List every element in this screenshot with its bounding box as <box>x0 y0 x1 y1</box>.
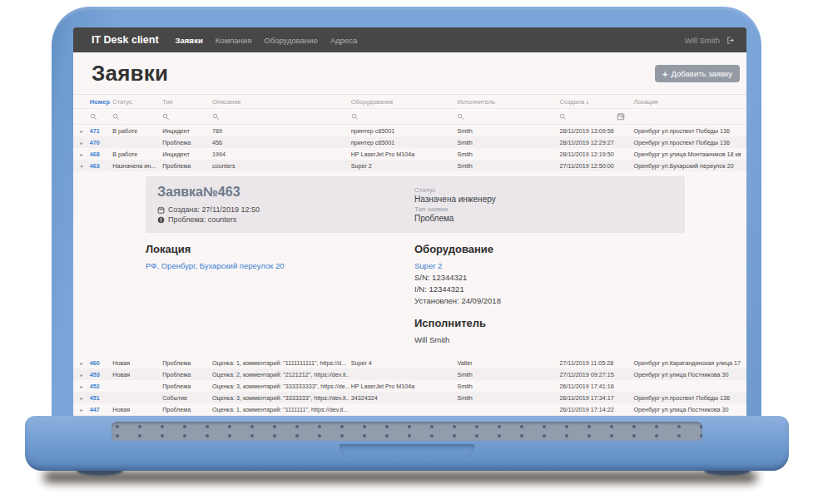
filter-description[interactable] <box>211 113 349 121</box>
table-row[interactable]: ▸ 452 Проблема Оценка: 3, комментарий: "… <box>73 380 746 392</box>
location-cell: Оренбург ул.проспект Победы 136 <box>632 127 746 135</box>
description-cell: counters <box>211 162 349 170</box>
table-row[interactable]: ▸ 470 Проблема 456 принтер c85001 Smith … <box>73 136 746 148</box>
status-cell: В работе <box>111 127 161 135</box>
ticket-number-link[interactable]: 447 <box>88 406 112 413</box>
ticket-number-link[interactable]: 453 <box>88 371 112 378</box>
search-icon[interactable] <box>112 113 120 121</box>
equipment-cell: Super 2 <box>349 162 456 170</box>
search-icon[interactable] <box>559 113 567 121</box>
type-cell: Проблема <box>161 371 211 378</box>
location-link[interactable]: РФ, Оренбург, Бухарский переулок 20 <box>146 260 414 272</box>
description-cell: 456 <box>211 139 349 146</box>
search-icon[interactable] <box>457 113 464 121</box>
filter-equipment[interactable] <box>349 113 456 121</box>
laptop-notch <box>340 444 474 457</box>
executor-cell: Smith <box>455 151 558 158</box>
filter-executor[interactable] <box>455 113 558 121</box>
search-icon[interactable] <box>90 113 97 121</box>
expand-row-icon[interactable]: ▾ <box>73 163 88 169</box>
col-header-equipment[interactable]: Оборудование <box>349 98 456 106</box>
detail-created: Создана: 27/11/2019 12:50 <box>168 205 260 214</box>
equipment-cell: HP LaserJet Pro M104a <box>349 383 456 390</box>
plus-icon: + <box>662 71 667 77</box>
equipment-link[interactable]: Super 2 <box>414 260 685 272</box>
col-header-location[interactable]: Локация <box>632 98 746 106</box>
expand-row-icon[interactable]: ▸ <box>73 128 88 134</box>
created-cell: 26/11/2019 17:14:22 <box>558 406 632 413</box>
type-cell: Инцидент <box>161 127 211 135</box>
filter-status[interactable] <box>111 113 161 121</box>
col-header-status[interactable]: Статус <box>111 98 161 106</box>
table-row[interactable]: ▾ 463 Назначена ин... Проблема counters … <box>73 160 746 171</box>
executor-cell: Smith <box>455 162 558 170</box>
table-rows-bottom: ▸ 460 Новая Проблема Оценка: 1, коммента… <box>73 357 746 424</box>
col-header-number[interactable]: Номер <box>88 98 112 106</box>
table-row[interactable]: ▸ 471 В работе Инцидент 789 принтер c850… <box>73 125 746 136</box>
col-header-description[interactable]: Описание <box>211 98 349 106</box>
nav-item-адреса[interactable]: Адреса <box>330 36 357 45</box>
ticket-number-link[interactable]: 452 <box>88 383 112 390</box>
table-header-row: Номер Статус Тип Описание Оборудование И… <box>73 95 746 108</box>
expand-row-icon[interactable]: ▸ <box>73 383 88 389</box>
executor-value: Will Smith <box>414 334 685 346</box>
type-cell: Проблема <box>161 162 211 170</box>
detail-problem: Проблема: counters <box>168 215 236 224</box>
location-cell: Оренбург ул.Карагандинская улица 17 <box>632 359 746 367</box>
expand-row-icon[interactable]: ▸ <box>73 395 88 401</box>
location-heading: Локация <box>146 243 414 255</box>
expand-row-icon[interactable]: ▸ <box>73 372 88 378</box>
executor-cell: Smith <box>455 139 558 146</box>
nav-item-компания[interactable]: Компания <box>216 36 251 45</box>
expand-row-icon[interactable]: ▸ <box>73 151 88 157</box>
type-cell: Проблема <box>161 383 211 390</box>
detail-type-value: Проблема <box>414 214 673 223</box>
table-row[interactable]: ▸ 460 Новая Проблема Оценка: 1, коммента… <box>73 357 746 368</box>
filter-type[interactable] <box>161 113 211 121</box>
ticket-number-link[interactable]: 468 <box>88 151 112 158</box>
col-header-created[interactable]: Создана↓ <box>558 98 632 106</box>
created-cell: 28/11/2019 12:19:50 <box>558 151 632 158</box>
expand-row-icon[interactable]: ▸ <box>73 140 88 146</box>
status-cell: Назначена ин... <box>111 162 161 170</box>
executor-heading: Исполнитель <box>414 317 685 329</box>
created-cell: 28/11/2019 12:29:27 <box>558 139 632 146</box>
status-cell: Новая <box>111 359 161 367</box>
calendar-filter-icon[interactable] <box>617 112 625 121</box>
col-header-type[interactable]: Тип <box>161 98 211 106</box>
add-ticket-button[interactable]: + Добавить заявку <box>655 65 740 82</box>
filter-created[interactable] <box>558 112 632 121</box>
table-row[interactable]: ▸ 468 В работе Инцидент 1994 HP LaserJet… <box>73 148 746 160</box>
nav-item-заявки[interactable]: Заявки <box>176 36 203 45</box>
description-cell: Оценка: 3, комментарий: "333333333", htt… <box>211 383 349 390</box>
created-cell: 26/11/2019 17:41:16 <box>558 383 632 390</box>
table-row[interactable]: ▸ 447 Новая Проблема Оценка: 1, коммента… <box>73 403 746 415</box>
ticket-number-link[interactable]: 471 <box>88 127 112 135</box>
search-icon[interactable] <box>351 113 359 121</box>
table-row[interactable]: ▸ 453 Новая Проблема Оценка: 2, коммента… <box>73 368 746 380</box>
location-cell: Оренбург ул.улица Монтажников 18 кв <box>632 151 746 158</box>
ticket-number-link[interactable]: 451 <box>88 394 112 402</box>
expand-row-icon[interactable]: ▸ <box>73 407 88 413</box>
location-cell: Оренбург ул.улица Постникова 30 <box>632 406 746 413</box>
search-icon[interactable] <box>212 113 220 121</box>
laptop-base <box>25 416 789 471</box>
nav-item-оборудование[interactable]: Оборудование <box>264 36 318 45</box>
ticket-number-link[interactable]: 470 <box>88 139 112 146</box>
description-cell: Оценка: 1, комментарий: "1111111", https… <box>211 406 349 413</box>
search-icon[interactable] <box>162 113 170 121</box>
table-row[interactable]: ▸ 451 Событие Оценка: 3, комментарий: "3… <box>73 392 746 403</box>
user-menu[interactable]: Will Smith <box>685 36 735 45</box>
ticket-number-link[interactable]: 463 <box>88 162 112 170</box>
equipment-installed: Установлен: 24/09/2018 <box>414 295 685 307</box>
tickets-table: Номер Статус Тип Описание Оборудование И… <box>73 94 746 424</box>
laptop-mockup: IT Desk client ЗаявкиКомпанияОборудовани… <box>0 0 813 504</box>
detail-type-label: Тип заявки <box>414 205 673 213</box>
col-header-executor[interactable]: Исполнитель <box>455 98 558 106</box>
expand-row-icon[interactable]: ▸ <box>73 360 88 366</box>
app-brand: IT Desk client <box>92 34 159 46</box>
ticket-number-link[interactable]: 460 <box>88 359 112 367</box>
filter-number[interactable] <box>88 113 112 121</box>
logout-icon[interactable] <box>726 36 735 45</box>
detail-status-label: Статус <box>414 186 673 194</box>
